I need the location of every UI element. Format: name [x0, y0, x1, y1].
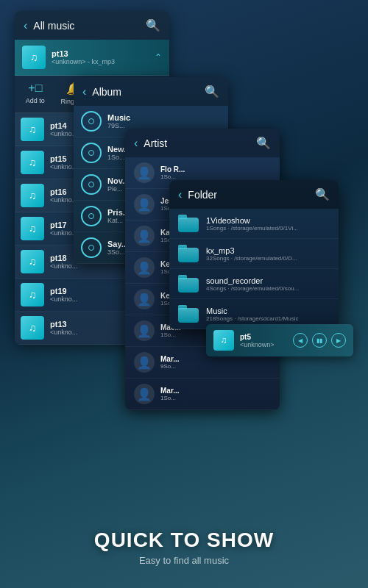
artist-title: Artist: [144, 137, 167, 149]
person-icon: 👤: [137, 356, 152, 370]
music-note-icon: ♫: [29, 322, 37, 334]
list-item[interactable]: kx_mp3 32Songs · /storage/emulated/0/D..…: [169, 239, 339, 269]
next-button[interactable]: ▶: [331, 333, 346, 348]
album-name: Music: [107, 113, 221, 122]
disc-icon: [81, 143, 102, 163]
artist-sub: 9So...: [160, 363, 271, 370]
avatar: 👤: [134, 352, 155, 373]
back-icon[interactable]: ‹: [178, 188, 182, 201]
folder-path: 32Songs · /storage/emulated/0/D...: [206, 255, 330, 262]
prev-button[interactable]: ◀: [293, 333, 308, 348]
person-icon: 👤: [137, 293, 152, 306]
folder-name: sound_recorder: [206, 276, 330, 285]
folder-panel: ‹ Folder 🔍 1Videoshow 1Songs · /storage/…: [169, 180, 339, 329]
folder-icon: [178, 275, 199, 293]
music-note-icon: ♫: [29, 123, 37, 135]
track-thumb: ♫: [21, 316, 44, 340]
avatar: 👤: [134, 320, 155, 341]
album-info: Music 79S...: [107, 113, 221, 129]
mini-track-thumb: ♫: [213, 330, 234, 351]
list-item[interactable]: 1Videoshow 1Songs · /storage/emulated/0/…: [169, 209, 339, 239]
now-playing-info: pt13 <unknown> - kx_mp3: [52, 49, 155, 65]
disc-icon: [81, 237, 102, 258]
music-note-icon: ♫: [29, 223, 37, 234]
add-icon: +□: [28, 82, 42, 95]
mini-track-name: pt5: [240, 333, 287, 341]
music-note-icon: ♫: [29, 190, 37, 201]
folder-info: Music 218Songs · /storage/sdcard1/Music: [206, 306, 330, 322]
artist-sub: 1So...: [160, 173, 271, 180]
folder-icon: [178, 305, 199, 323]
folder-name: kx_mp3: [206, 246, 330, 255]
artist-name: Flo R...: [160, 165, 271, 173]
mini-track-info: pt5 <unknown>: [240, 333, 287, 348]
all-music-header: ‹ All music 🔍: [15, 11, 169, 40]
all-music-title: All music: [33, 20, 74, 32]
headline: QUICK TO SHOW: [0, 528, 368, 552]
album-header: ‹ Album 🔍: [74, 77, 228, 106]
artist-sub: 1So...: [160, 395, 271, 401]
search-icon[interactable]: 🔍: [205, 85, 219, 98]
track-thumb: ♫: [21, 151, 44, 174]
track-thumb: ♫: [21, 184, 44, 207]
avatar: 👤: [134, 194, 155, 215]
music-note-icon: ♫: [29, 157, 37, 168]
now-playing-row[interactable]: ♫ pt13 <unknown> - kx_mp3 ⌃: [15, 40, 169, 76]
mini-player: ♫ pt5 <unknown> ◀ ▮▮ ▶: [206, 324, 353, 356]
search-icon[interactable]: 🔍: [315, 187, 330, 201]
person-icon: 👤: [137, 198, 152, 212]
now-playing-name: pt13: [52, 49, 155, 58]
track-thumb: ♫: [21, 250, 44, 273]
person-icon: 👤: [137, 387, 152, 401]
track-thumb: ♫: [21, 118, 44, 141]
search-icon[interactable]: 🔍: [256, 136, 271, 150]
artist-info: Mar... 1So...: [160, 387, 271, 401]
subheadline: Easy to find all music: [0, 555, 368, 566]
music-note-icon: ♫: [29, 289, 37, 301]
folder-path: 1Songs · /storage/emulated/0/1Vi...: [206, 225, 330, 232]
album-title: Album: [92, 86, 121, 98]
back-icon[interactable]: ‹: [134, 137, 138, 150]
add-to-label: Add to: [26, 97, 45, 104]
add-to-button[interactable]: +□ Add to: [26, 82, 45, 107]
folder-info: kx_mp3 32Songs · /storage/emulated/0/D..…: [206, 246, 330, 262]
person-icon: 👤: [137, 166, 152, 180]
list-item[interactable]: 👤 Mar... 1So...: [125, 379, 280, 410]
track-thumb: ♫: [21, 283, 44, 306]
artist-name: Mar...: [160, 387, 271, 395]
mini-track-sub: <unknown>: [240, 341, 287, 348]
folder-icon: [178, 245, 199, 262]
artist-info: Mar... 9So...: [160, 355, 271, 370]
mini-controls: ◀ ▮▮ ▶: [293, 333, 346, 348]
back-icon[interactable]: ‹: [24, 19, 27, 32]
folder-title: Folder: [188, 189, 217, 201]
folder-header: ‹ Folder 🔍: [169, 180, 339, 209]
disc-icon: [81, 206, 102, 226]
folder-path: 218Songs · /storage/sdcard1/Music: [206, 315, 330, 322]
folder-info: 1Videoshow 1Songs · /storage/emulated/0/…: [206, 216, 330, 232]
folder-info: sound_recorder 4Songs · /storage/emulate…: [206, 276, 330, 292]
music-note-icon: ♫: [30, 51, 38, 63]
artist-info: Flo R... 1So...: [160, 165, 271, 180]
folder-name: Music: [206, 306, 330, 315]
back-icon[interactable]: ‹: [82, 85, 86, 98]
avatar: 👤: [134, 226, 155, 246]
list-item[interactable]: sound_recorder 4Songs · /storage/emulate…: [169, 269, 339, 299]
person-icon: 👤: [137, 261, 152, 275]
folder-path: 4Songs · /storage/emulated/0/sou...: [206, 285, 330, 292]
person-icon: 👤: [137, 229, 152, 243]
artist-header: ‹ Artist 🔍: [125, 129, 280, 157]
track-thumb: ♫: [21, 217, 44, 240]
folder-name: 1Videoshow: [206, 216, 330, 225]
disc-icon: [81, 174, 102, 195]
chevron-up-icon[interactable]: ⌃: [155, 52, 162, 62]
bottom-section: QUICK TO SHOW Easy to find all music: [0, 528, 368, 566]
disc-icon: [81, 111, 102, 132]
avatar: 👤: [134, 289, 155, 309]
search-icon[interactable]: 🔍: [146, 18, 160, 32]
track-thumbnail: ♫: [22, 46, 46, 69]
avatar: 👤: [134, 384, 155, 404]
music-note-icon: ♫: [221, 335, 227, 345]
pause-button[interactable]: ▮▮: [312, 333, 327, 348]
now-playing-sub: <unknown> - kx_mp3: [52, 58, 155, 65]
